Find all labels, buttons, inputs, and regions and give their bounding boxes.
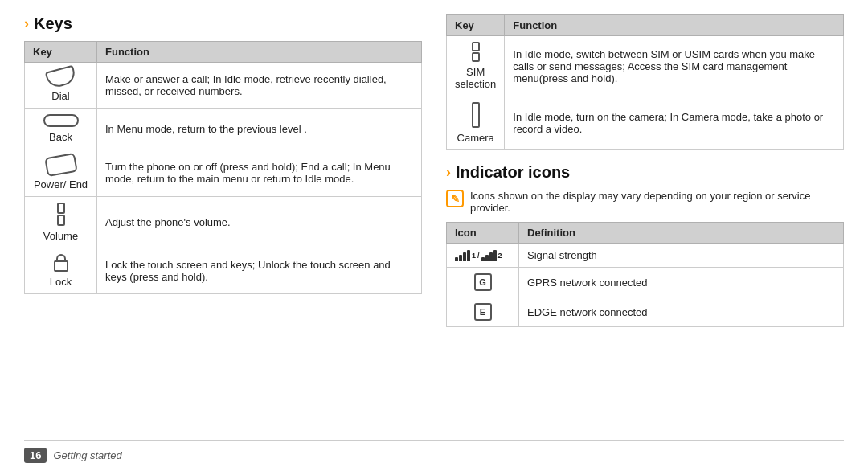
signal-bar-1 [455,257,458,261]
signal-label-2: 2 [498,252,502,260]
keys-col-key: Key [25,42,97,63]
volume-function: Adjust the phone's volume. [97,197,422,248]
dial-key-name: Dial [51,90,69,102]
back-function: In Menu mode, return to the previous lev… [97,109,422,149]
power-function: Turn the phone on or off (press and hold… [97,149,422,197]
indicator-title-text: Indicator icons [456,163,570,182]
chevron-icon: › [24,15,29,32]
right-keys-table: Key Function SIM sele [446,14,844,150]
signal-definition: Signal strength [519,244,844,268]
icon-cell-signal: 1 / 2 [447,244,519,268]
table-row: Volume Adjust the phone's volume. [25,197,422,248]
footer: 16 Getting started [24,440,844,463]
signal-bar-6 [485,255,489,261]
lock-icon-container: Lock [33,254,88,288]
gprs-definition: GPRS network connected [519,268,844,297]
page-number: 16 [24,448,47,463]
signal-bar-5 [481,257,485,261]
key-cell-sim: SIM selection [447,36,505,96]
icon-col-icon: Icon [447,223,519,244]
table-row: Lock Lock the touch screen and keys; Unl… [25,248,422,294]
dial-function: Make or answer a call; In Idle mode, ret… [97,63,422,109]
table-row: Dial Make or answer a call; In Idle mode… [25,63,422,109]
lock-key-name: Lock [50,276,72,288]
footer-text: Getting started [53,449,121,461]
lock-shackle [56,254,66,260]
dial-icon-container: Dial [33,68,88,102]
table-row: G GPRS network connected [447,268,844,297]
right-column: Key Function SIM sele [446,14,844,434]
indicator-note: ✎ Icons shown on the display may vary de… [446,190,844,214]
key-cell-dial: Dial [25,63,97,109]
icon-cell-edge: E [447,297,519,327]
table-row: Camera In Idle mode, turn on the camera;… [447,96,844,150]
signal-label-1: 1 [472,252,476,260]
page: › Keys Key Function D [0,0,868,471]
key-cell-power: Power/ End [25,149,97,197]
sim-icon [472,42,480,62]
indicator-chevron-icon: › [446,164,451,181]
note-pencil-icon: ✎ [446,190,464,207]
vol-btn-up [57,203,65,214]
content-row: › Keys Key Function D [24,14,844,434]
key-cell-back: Back [25,109,97,149]
sim-function: In Idle mode, switch between SIM or USIM… [505,36,844,96]
lock-icon [54,254,68,272]
sim-icon-container: SIM selection [455,42,496,90]
dial-icon [44,65,76,90]
table-row: Power/ End Turn the phone on or off (pre… [25,149,422,197]
signal-divider: / [477,252,480,260]
power-icon-container: Power/ End [33,155,88,190]
volume-icon [57,203,65,226]
camera-function: In Idle mode, turn on the camera; In Cam… [505,96,844,150]
signal-bar-2 [459,255,462,261]
volume-icon-container: Volume [33,203,88,242]
power-key-name: Power/ End [34,178,88,190]
lock-function: Lock the touch screen and keys; Unlock t… [97,248,422,294]
back-icon-container: Back [33,114,88,143]
camera-icon-container: Camera [455,102,496,144]
vol-btn-down [57,215,65,226]
signal-bar-7 [489,252,493,261]
indicator-section-title: › Indicator icons [446,163,844,182]
icon-col-definition: Definition [519,223,844,244]
indicator-note-text: Icons shown on the display may vary depe… [470,190,844,214]
signal-group-1 [455,250,470,261]
sim-btn-top [472,42,480,51]
edge-definition: EDGE network connected [519,297,844,327]
keys-section-title: › Keys [24,14,422,33]
left-column: › Keys Key Function D [24,14,422,434]
sim-btn-bottom [472,52,480,62]
table-row: 1 / 2 Signal stren [447,244,844,268]
gprs-icon: G [474,273,492,291]
camera-key-name: Camera [457,132,494,144]
back-key-name: Back [49,131,72,143]
keys-col-function: Function [97,42,422,63]
key-cell-lock: Lock [25,248,97,294]
keys-title-text: Keys [34,14,72,33]
sim-key-name: SIM selection [455,66,496,90]
right-col-function: Function [505,15,844,36]
volume-key-name: Volume [43,230,78,242]
table-row: E EDGE network connected [447,297,844,327]
back-icon [43,114,79,127]
key-cell-camera: Camera [447,96,505,150]
lock-body [54,260,68,272]
key-cell-volume: Volume [25,197,97,248]
icon-cell-gprs: G [447,268,519,297]
icons-table: Icon Definition [446,222,844,327]
camera-icon [472,102,480,128]
keys-table: Key Function Dial Make or answer a c [24,41,422,294]
edge-icon-wrapper: E [455,303,510,321]
signal-group-2 [481,250,497,261]
right-col-key: Key [447,15,505,36]
gprs-icon-wrapper: G [455,273,510,291]
signal-bar-4 [467,250,470,261]
power-icon [44,153,78,177]
table-row: SIM selection In Idle mode, switch betwe… [447,36,844,96]
table-row: Back In Menu mode, return to the previou… [25,109,422,149]
edge-icon: E [474,303,492,321]
signal-bar-8 [493,250,497,261]
signal-strength-icon: 1 / 2 [455,250,510,261]
signal-bar-3 [463,252,466,261]
